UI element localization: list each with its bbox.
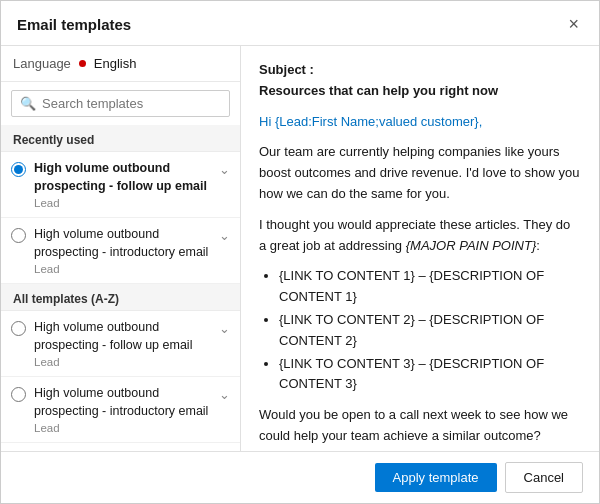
- email-body: Hi {Lead:First Name;valued customer}, Ou…: [259, 112, 581, 451]
- all-templates-label: All templates (A-Z): [1, 284, 240, 311]
- template-name: High volume outbound prospecting - intro…: [34, 226, 215, 261]
- chevron-down-icon: ⌄: [219, 162, 230, 177]
- email-para: Would you be open to a call next week to…: [259, 405, 581, 447]
- recently-used-label: Recently used: [1, 125, 240, 152]
- email-para: Hi {Lead:First Name;valued customer},: [259, 112, 581, 133]
- radio-recently-2[interactable]: [11, 228, 26, 247]
- chevron-down-icon: ⌄: [219, 387, 230, 402]
- template-category: Lead: [34, 197, 215, 209]
- email-list: {LINK TO CONTENT 1} – {DESCRIPTION OF CO…: [279, 266, 581, 395]
- dialog-title: Email templates: [17, 16, 131, 33]
- search-icon: 🔍: [20, 96, 36, 111]
- template-name: High volume outbound prospecting - intro…: [34, 385, 215, 420]
- language-dot-icon: [79, 60, 86, 67]
- template-category: Lead: [34, 263, 215, 275]
- email-para: Our team are currently helping companies…: [259, 142, 581, 204]
- template-name: High volume outbound prospecting - follo…: [34, 319, 215, 354]
- search-box[interactable]: 🔍: [11, 90, 230, 117]
- dialog-footer: Apply template Cancel: [1, 451, 599, 503]
- email-preview: Subject : Resources that can help you ri…: [241, 46, 599, 451]
- template-list: Recently used High volume outbound prosp…: [1, 125, 240, 451]
- email-para: I thought you would appreciate these art…: [259, 215, 581, 257]
- subject-label: Subject :: [259, 62, 314, 77]
- language-label: Language: [13, 56, 71, 71]
- list-item: {LINK TO CONTENT 1} – {DESCRIPTION OF CO…: [279, 266, 581, 308]
- dialog-header: Email templates ×: [1, 1, 599, 46]
- chevron-down-icon: ⌄: [219, 321, 230, 336]
- search-input[interactable]: [42, 96, 221, 111]
- radio-all-1[interactable]: [11, 321, 26, 340]
- template-name: High volume outbound prospecting - follo…: [34, 160, 215, 195]
- right-panel: Subject : Resources that can help you ri…: [241, 46, 599, 451]
- language-row: Language English: [1, 46, 240, 82]
- list-item: {LINK TO CONTENT 2} – {DESCRIPTION OF CO…: [279, 310, 581, 352]
- radio-recently-1[interactable]: [11, 162, 26, 181]
- list-item[interactable]: High volume outbound prospecting - follo…: [1, 152, 240, 218]
- template-category: Lead: [34, 422, 215, 434]
- subject-line: Subject : Resources that can help you ri…: [259, 60, 581, 102]
- list-item[interactable]: High volume outbound prospecting - intro…: [1, 218, 240, 284]
- left-panel: Language English 🔍 Recently used: [1, 46, 241, 451]
- radio-all-2[interactable]: [11, 387, 26, 406]
- list-item: {LINK TO CONTENT 3} – {DESCRIPTION OF CO…: [279, 354, 581, 396]
- dialog-body: Language English 🔍 Recently used: [1, 46, 599, 451]
- language-value: English: [94, 56, 137, 71]
- cancel-button[interactable]: Cancel: [505, 462, 583, 493]
- list-item[interactable]: High volume outbound prospecting - intro…: [1, 377, 240, 443]
- template-category: Lead: [34, 356, 215, 368]
- subject-value: Resources that can help you right now: [259, 83, 498, 98]
- apply-template-button[interactable]: Apply template: [375, 463, 497, 492]
- close-button[interactable]: ×: [564, 13, 583, 35]
- chevron-down-icon: ⌄: [219, 228, 230, 243]
- list-item[interactable]: High volume outbound prospecting - follo…: [1, 311, 240, 377]
- email-templates-dialog: Email templates × Language English 🔍 Rec…: [0, 0, 600, 504]
